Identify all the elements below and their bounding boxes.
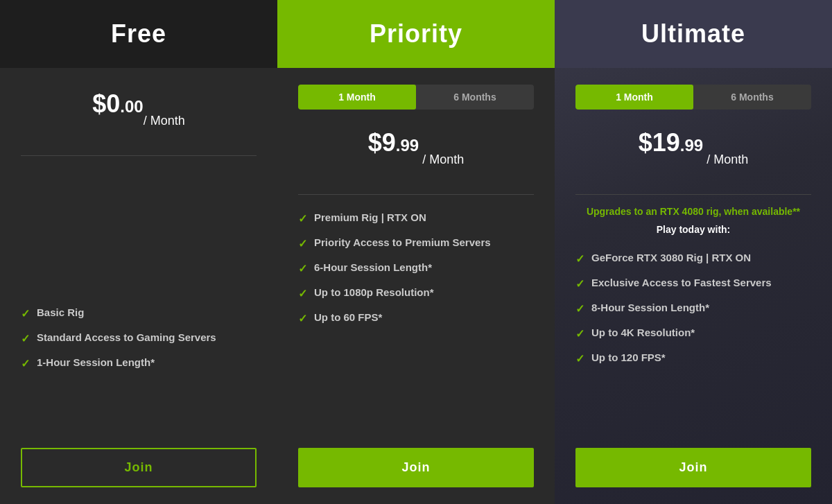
list-item: ✓ Premium Rig | RTX ON <box>298 206 534 231</box>
feature-text: Up to 120 FPS* <box>591 351 666 363</box>
priority-price-amount: $9.99 <box>368 130 419 169</box>
priority-plan-title: Priority <box>370 19 462 48</box>
list-item: ✓ 6-Hour Session Length* <box>298 256 534 281</box>
free-cents: .00 <box>120 97 143 116</box>
free-price-row: $0.00 / Month <box>21 92 257 130</box>
free-price-section: $0.00 / Month <box>21 92 257 130</box>
priority-plan-body: 1 Month 6 Months $9.99 / Month ✓ Premium… <box>277 68 555 504</box>
list-item: ✓ Exclusive Access to Fastest Servers <box>575 271 811 296</box>
priority-join-button[interactable]: Join <box>298 448 534 487</box>
feature-text: 6-Hour Session Length* <box>314 261 432 273</box>
ultimate-cents: .99 <box>680 136 703 155</box>
check-icon: ✓ <box>298 237 307 250</box>
ultimate-toggle-6months[interactable]: 6 Months <box>693 85 811 110</box>
check-icon: ✓ <box>21 357 30 370</box>
check-icon: ✓ <box>298 212 307 225</box>
free-price-per: / Month <box>144 114 185 128</box>
check-icon: ✓ <box>575 252 584 266</box>
priority-currency: $9 <box>368 128 396 157</box>
ultimate-price-amount: $19.99 <box>639 130 703 169</box>
priority-price-per: / Month <box>419 153 464 167</box>
feature-text: GeForce RTX 3080 Rig | RTX ON <box>591 252 751 263</box>
list-item: ✓ Priority Access to Premium Servers <box>298 231 534 256</box>
ultimate-play-today: Play today with: <box>575 224 811 235</box>
ultimate-divider <box>575 194 811 195</box>
list-item: ✓ 1-Hour Session Length* <box>21 351 257 376</box>
priority-toggle-6months[interactable]: 6 Months <box>416 85 534 110</box>
check-icon: ✓ <box>21 307 30 320</box>
ultimate-plan-title: Ultimate <box>641 19 745 48</box>
ultimate-plan-body: 1 Month 6 Months $19.99 / Month Upgrades… <box>555 68 832 504</box>
check-icon: ✓ <box>298 287 307 300</box>
priority-toggle-1month[interactable]: 1 Month <box>298 85 416 110</box>
feature-text: Premium Rig | RTX ON <box>314 211 426 223</box>
free-join-button[interactable]: Join <box>21 448 257 487</box>
priority-divider <box>298 194 534 195</box>
priority-price-section: $9.99 / Month <box>298 130 534 169</box>
list-item: ✓ 8-Hour Session Length* <box>575 296 811 321</box>
feature-text: Basic Rig <box>37 306 84 318</box>
check-icon: ✓ <box>575 327 584 340</box>
feature-text: Up to 1080p Resolution* <box>314 286 434 298</box>
ultimate-plan-header: Ultimate <box>555 0 832 68</box>
ultimate-billing-toggle: 1 Month 6 Months <box>575 85 811 110</box>
list-item: ✓ GeForce RTX 3080 Rig | RTX ON <box>575 246 811 271</box>
free-divider <box>21 155 257 156</box>
ultimate-price-per: / Month <box>703 153 748 167</box>
list-item: ✓ Up to 4K Resolution* <box>575 321 811 346</box>
free-plan-body: $0.00 / Month ✓ Basic Rig ✓ Standard Acc… <box>0 68 277 504</box>
free-plan-header: Free <box>0 0 277 68</box>
feature-text: 1-Hour Session Length* <box>37 356 155 368</box>
list-item: ✓ Up to 1080p Resolution* <box>298 281 534 306</box>
check-icon: ✓ <box>575 352 584 365</box>
ultimate-price-section: $19.99 / Month <box>575 130 811 169</box>
ultimate-toggle-1month[interactable]: 1 Month <box>575 85 693 110</box>
feature-text: Up to 4K Resolution* <box>591 327 695 338</box>
pricing-container: Free $0.00 / Month ✓ Basic Rig ✓ <box>0 0 832 504</box>
free-features-list: ✓ Basic Rig ✓ Standard Access to Gaming … <box>21 301 257 434</box>
feature-text: Exclusive Access to Fastest Servers <box>591 277 772 288</box>
ultimate-currency: $19 <box>639 128 680 157</box>
feature-text: Standard Access to Gaming Servers <box>37 331 216 343</box>
check-icon: ✓ <box>21 332 30 345</box>
priority-price-row: $9.99 / Month <box>298 130 534 169</box>
priority-cents: .99 <box>396 136 419 155</box>
free-spacer <box>21 167 257 300</box>
priority-billing-toggle: 1 Month 6 Months <box>298 85 534 110</box>
feature-text: Up to 60 FPS* <box>314 311 382 323</box>
plan-card-free: Free $0.00 / Month ✓ Basic Rig ✓ <box>0 0 277 504</box>
feature-text: 8-Hour Session Length* <box>591 302 709 313</box>
free-price-amount: $0.00 <box>92 92 143 130</box>
list-item: ✓ Up to 120 FPS* <box>575 346 811 371</box>
priority-features-list: ✓ Premium Rig | RTX ON ✓ Priority Access… <box>298 206 534 434</box>
ultimate-upgrade-note: Upgrades to an RTX 4080 rig, when availa… <box>575 206 811 217</box>
free-currency: $0 <box>92 89 120 118</box>
check-icon: ✓ <box>575 277 584 290</box>
priority-plan-header: Priority <box>277 0 555 68</box>
feature-text: Priority Access to Premium Servers <box>314 236 491 248</box>
ultimate-join-button[interactable]: Join <box>575 448 811 487</box>
check-icon: ✓ <box>298 262 307 275</box>
list-item: ✓ Basic Rig <box>21 301 257 326</box>
check-icon: ✓ <box>575 302 584 315</box>
plan-card-ultimate: Ultimate 1 Month 6 Months $19.99 / Month… <box>555 0 832 504</box>
ultimate-price-row: $19.99 / Month <box>575 130 811 169</box>
plan-card-priority: Priority 1 Month 6 Months $9.99 / Month … <box>277 0 555 504</box>
list-item: ✓ Up to 60 FPS* <box>298 306 534 331</box>
free-plan-title: Free <box>111 19 166 48</box>
list-item: ✓ Standard Access to Gaming Servers <box>21 326 257 351</box>
ultimate-features-list: ✓ GeForce RTX 3080 Rig | RTX ON ✓ Exclus… <box>575 246 811 434</box>
check-icon: ✓ <box>298 312 307 325</box>
